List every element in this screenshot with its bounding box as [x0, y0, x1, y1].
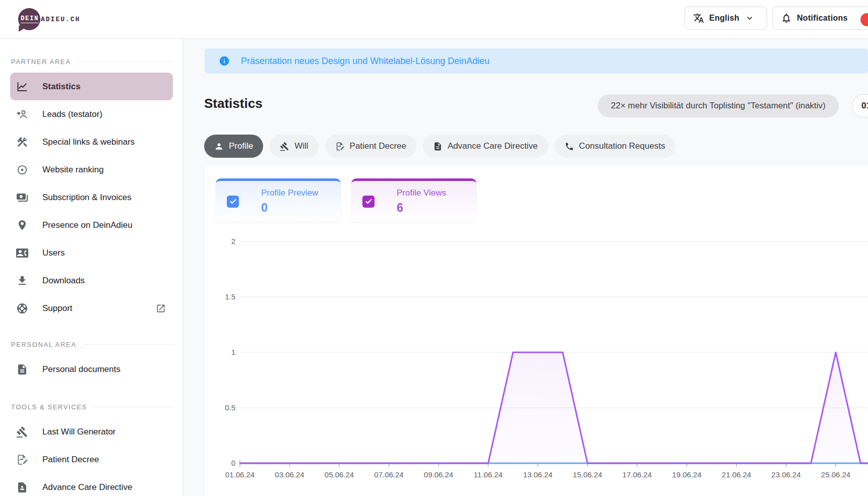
logo-text-dein: DEIN	[21, 15, 39, 23]
document-icon	[16, 363, 28, 376]
section-divider	[94, 407, 174, 407]
sidebar-item-last-will-generator[interactable]: Last Will Generator	[10, 418, 173, 446]
section-divider	[83, 344, 174, 345]
y-axis-label: 1.5	[225, 292, 235, 301]
sidebar-item-users[interactable]: Users	[10, 239, 173, 267]
sidebar-item-special-links-webinars[interactable]: Special links & webinars	[10, 128, 173, 156]
tab-consultation-requests[interactable]: Consultation Requests	[554, 135, 675, 158]
toplisting-promo-button[interactable]: 22× mehr Visibilität durch Toplisting "T…	[598, 94, 839, 117]
x-axis-label: 07.06.24	[374, 470, 403, 479]
download-icon	[16, 275, 28, 287]
bell-icon	[781, 13, 792, 24]
external-link-icon	[156, 303, 166, 314]
sidebar-item-label: Users	[42, 248, 65, 258]
tab-label: Will	[294, 141, 308, 151]
x-axis-label: 05.06.24	[325, 470, 354, 479]
sidebar-item-website-ranking[interactable]: Website ranking	[10, 156, 173, 183]
profile-preview-checkbox[interactable]	[227, 196, 239, 208]
section-label: PERSONAL AREA	[11, 341, 76, 348]
x-axis-label: 09.06.24	[424, 470, 453, 479]
date-range-text: 01	[861, 101, 868, 111]
x-axis-label: 13.06.24	[523, 470, 552, 479]
x-axis-label: 25.06.24	[821, 470, 850, 479]
gavel-icon	[280, 142, 289, 151]
chevron-down-icon	[745, 13, 755, 23]
tab-label: Profile	[229, 141, 253, 151]
sidebar-item-label: Website ranking	[42, 165, 104, 175]
deinadieu-logo[interactable]: DEIN ADIEU.CH	[18, 8, 80, 31]
y-axis-label: 0.5	[225, 403, 235, 412]
tab-advance-care-directive[interactable]: Advance Care Directive	[423, 135, 548, 158]
language-selector-button[interactable]: English	[685, 7, 767, 30]
language-label: English	[709, 14, 739, 23]
y-axis-label: 1	[231, 348, 235, 356]
section-label: PARTNER AREA	[11, 58, 71, 66]
notifications-label: Notifications	[797, 14, 848, 23]
top-bar: DEIN ADIEU.CH English Notifications	[0, 0, 868, 39]
series-toggle-card-profile-preview[interactable]: Profile Preview0	[216, 178, 341, 222]
y-axis-label: 0	[231, 459, 235, 467]
sidebar-item-personal-documents[interactable]: Personal documents	[10, 355, 173, 383]
profile-views-checkbox[interactable]	[362, 196, 375, 208]
x-axis-label: 11.06.24	[474, 470, 503, 479]
sidebar-item-label: Special links & webinars	[42, 137, 135, 147]
sidebar-item-leads-testator[interactable]: Leads (testator)	[10, 100, 173, 128]
document-icon	[433, 142, 443, 151]
x-axis-label: 03.06.24	[275, 470, 304, 479]
tab-will[interactable]: Will	[270, 135, 318, 158]
series-card-label: Profile Preview	[261, 188, 318, 198]
sidebar-item-advance-care-directive[interactable]: Advance Care Directive	[10, 473, 173, 496]
series-card-value: 6	[397, 201, 446, 215]
sidebar-item-label: Statistics	[42, 82, 81, 92]
series-card-text: Profile Preview0	[261, 188, 318, 215]
toplisting-label: 22× mehr Visibilität durch Toplisting "T…	[611, 101, 826, 111]
logo-speech-bubble-icon: DEIN	[18, 8, 40, 30]
chart-panel: 00.511.5201.06.2403.06.2405.06.2407.06.2…	[204, 166, 868, 496]
location-pin-icon	[16, 219, 28, 231]
tab-label: Patient Decree	[350, 141, 406, 151]
sidebar-section-tools-services: TOOLS & SERVICES	[0, 402, 183, 412]
sidebar-item-label: Leads (testator)	[42, 109, 102, 119]
phone-icon	[565, 142, 574, 151]
sidebar-item-support[interactable]: Support	[10, 294, 173, 322]
series-card-label: Profile Views	[397, 188, 446, 198]
y-axis-label: 2	[231, 237, 235, 245]
date-range-button[interactable]: 01	[852, 94, 868, 117]
document-edit-icon	[335, 142, 345, 151]
x-axis-label: 01.06.24	[225, 470, 255, 479]
sidebar-item-label: Patient Decree	[42, 455, 99, 465]
info-banner[interactable]: Präsentation neues Design und Whitelabel…	[205, 48, 868, 74]
sidebar-item-label: Support	[42, 303, 73, 314]
series-card-text: Profile Views6	[397, 188, 446, 215]
tab-label: Advance Care Directive	[448, 141, 538, 151]
sidebar-item-downloads[interactable]: Downloads	[10, 267, 173, 294]
notifications-button[interactable]: Notifications	[772, 7, 868, 30]
sidebar-item-label: Last Will Generator	[42, 427, 116, 437]
sidebar-section-personal-area: PERSONAL AREA	[0, 339, 183, 349]
leads-icon	[16, 108, 28, 120]
sidebar-item-presence-on-deinadieu[interactable]: Presence on DeinAdieu	[10, 211, 173, 239]
section-divider	[78, 61, 174, 62]
gavel-icon	[16, 426, 28, 438]
sidebar-navigation: PARTNER AREAStatisticsLeads (testator)Sp…	[0, 39, 183, 496]
x-axis-label: 21.06.24	[722, 470, 751, 479]
document-edit-icon	[16, 454, 28, 466]
person-icon	[214, 142, 224, 151]
sidebar-item-label: Subscription & Invoices	[42, 193, 132, 203]
x-axis-label: 19.06.24	[672, 470, 701, 479]
tab-patient-decree[interactable]: Patient Decree	[325, 135, 416, 158]
tab-label: Consultation Requests	[579, 141, 665, 151]
page-title: Statistics	[204, 96, 263, 111]
section-label: TOOLS & SERVICES	[11, 403, 87, 411]
tab-profile[interactable]: Profile	[204, 135, 263, 158]
series-toggle-card-profile-views[interactable]: Profile Views6	[351, 178, 476, 222]
lifebuoy-icon	[16, 302, 28, 315]
id-card-icon	[16, 247, 28, 259]
x-axis-label: 17.06.24	[623, 470, 652, 479]
translate-icon	[693, 13, 704, 24]
sidebar-item-subscription-invoices[interactable]: Subscription & Invoices	[10, 183, 173, 211]
sidebar-item-patient-decree[interactable]: Patient Decree	[10, 446, 173, 473]
sidebar-item-statistics[interactable]: Statistics	[10, 73, 173, 100]
sidebar-item-label: Presence on DeinAdieu	[42, 220, 133, 230]
tools-icon	[16, 136, 28, 148]
